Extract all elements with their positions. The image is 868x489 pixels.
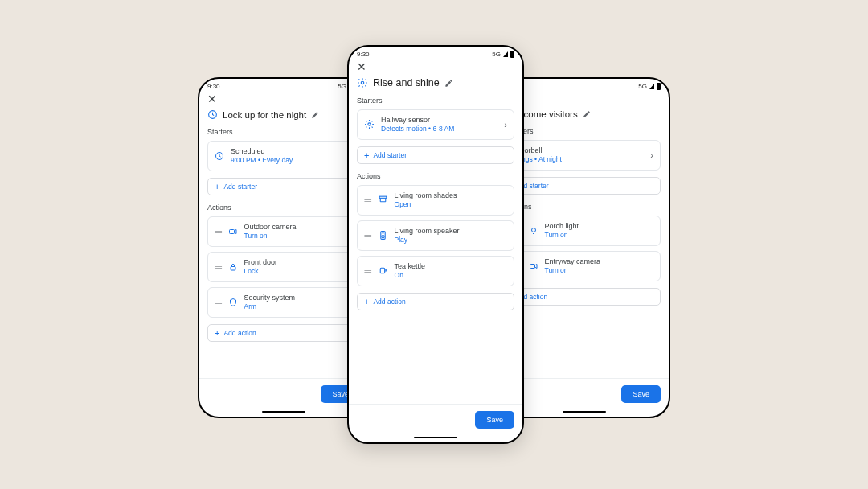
signal-icon <box>503 51 508 57</box>
action-item[interactable]: == Outdoor cameraTurn on <box>207 216 360 247</box>
action-item[interactable]: == Security systemArm <box>207 287 360 318</box>
add-starter-button[interactable]: +Add starter <box>357 146 514 164</box>
starter-title: Doorbell <box>515 146 644 155</box>
automation-title: Rise and shine <box>373 77 440 88</box>
automation-editor-rise: 9:30 5G ✕ Rise and shine Starters Hallwa… <box>347 45 524 444</box>
close-button[interactable]: ✕ <box>500 92 669 109</box>
action-title: Front door <box>244 258 353 267</box>
drag-handle-icon[interactable]: == <box>215 298 222 306</box>
battery-icon <box>657 83 661 90</box>
starter-title: Scheduled <box>231 147 353 156</box>
status-network: 5G <box>338 83 346 90</box>
status-network: 5G <box>638 83 647 90</box>
section-starters: Starters <box>500 127 669 140</box>
save-button[interactable]: Save <box>621 385 661 403</box>
action-title: Security system <box>244 294 353 302</box>
edit-icon[interactable] <box>444 79 453 88</box>
action-subtitle: Turn on <box>244 232 353 240</box>
add-action-button[interactable]: +Add action <box>357 293 514 310</box>
edit-icon[interactable] <box>311 111 319 119</box>
automation-title-row[interactable]: Rise and shine <box>349 77 522 97</box>
section-actions: Actions <box>199 203 368 216</box>
home-indicator <box>262 411 305 413</box>
save-bar: Save <box>349 404 522 434</box>
action-subtitle: Turn on <box>545 231 653 240</box>
action-item[interactable]: == Tea kettleOn <box>357 256 514 286</box>
add-action-button[interactable]: Add action <box>508 288 661 306</box>
svg-point-11 <box>382 232 383 233</box>
automation-title: Lock up for the night <box>223 110 306 120</box>
action-title: Porch light <box>545 222 653 231</box>
status-time: 9:30 <box>357 51 370 58</box>
action-item[interactable]: == Front doorLock <box>207 252 360 282</box>
starter-item[interactable]: Scheduled 9:00 PM • Every day <box>207 141 360 171</box>
home-indicator <box>414 437 457 439</box>
clock-icon <box>215 151 224 161</box>
camera-icon <box>228 227 238 236</box>
sensor-icon <box>364 119 375 129</box>
clock-icon <box>207 109 218 120</box>
automation-editor-welcome: 9:30 5G ✕ Welcome visitors Starters Door… <box>498 77 670 418</box>
action-title: Living room shades <box>395 191 507 200</box>
action-item[interactable]: == Porch lightTurn on <box>508 216 661 246</box>
status-network: 5G <box>492 51 501 58</box>
action-subtitle: Play <box>395 236 507 244</box>
svg-point-7 <box>368 123 371 125</box>
status-bar: 9:30 5G <box>349 47 522 60</box>
action-subtitle: On <box>395 271 507 280</box>
starter-item[interactable]: Doorbell Rings • At night › <box>508 140 661 171</box>
svg-point-4 <box>531 228 535 232</box>
drag-handle-icon[interactable]: == <box>215 263 222 271</box>
action-title: Tea kettle <box>395 262 507 271</box>
status-bar: 9:30 5G <box>199 79 368 92</box>
action-title: Outdoor camera <box>244 223 353 232</box>
home-indicator <box>563 411 606 413</box>
svg-point-10 <box>381 236 383 238</box>
chevron-right-icon: › <box>504 120 507 129</box>
action-subtitle: Open <box>395 200 507 209</box>
chevron-right-icon: › <box>650 150 653 160</box>
action-title: Entryway camera <box>545 257 653 266</box>
action-title: Living room speaker <box>395 227 507 236</box>
action-item[interactable]: == Entryway cameraTurn on <box>508 251 661 281</box>
save-bar: Save <box>199 378 368 408</box>
save-button[interactable]: Save <box>475 411 514 429</box>
battery-icon <box>510 51 514 58</box>
light-icon <box>529 226 538 236</box>
close-button[interactable]: ✕ <box>199 92 368 109</box>
action-subtitle: Arm <box>244 302 353 311</box>
starter-subtitle: Rings • At night <box>515 155 644 164</box>
edit-icon[interactable] <box>583 110 591 118</box>
section-starters: Starters <box>349 97 522 109</box>
gear-icon <box>357 77 368 88</box>
drag-handle-icon[interactable]: == <box>364 232 371 240</box>
automation-title-row[interactable]: Welcome visitors <box>500 109 669 127</box>
drag-handle-icon[interactable]: == <box>364 196 371 204</box>
shades-icon <box>378 195 388 205</box>
starter-subtitle: Detects motion • 6-8 AM <box>381 125 497 134</box>
signal-icon <box>649 84 654 89</box>
add-starter-button[interactable]: +Add starter <box>207 178 360 195</box>
action-subtitle: Lock <box>244 267 353 276</box>
starter-title: Hallway sensor <box>381 116 497 125</box>
add-action-button[interactable]: +Add action <box>207 324 360 342</box>
close-button[interactable]: ✕ <box>349 60 522 77</box>
starter-subtitle: 9:00 PM • Every day <box>231 156 353 165</box>
svg-rect-5 <box>530 264 534 268</box>
starter-item[interactable]: Hallway sensor Detects motion • 6-8 AM › <box>357 109 514 140</box>
drag-handle-icon[interactable]: == <box>215 228 222 236</box>
speaker-icon <box>378 230 388 240</box>
lock-icon <box>228 262 238 272</box>
svg-rect-3 <box>231 266 235 270</box>
automation-title-row[interactable]: Lock up for the night <box>199 109 368 128</box>
kettle-icon <box>378 265 388 276</box>
save-bar: Save <box>500 378 669 408</box>
svg-rect-8 <box>379 196 387 198</box>
drag-handle-icon[interactable]: == <box>364 267 371 275</box>
svg-point-6 <box>361 81 364 84</box>
svg-rect-12 <box>380 268 384 273</box>
add-starter-button[interactable]: Add starter <box>508 177 661 195</box>
action-item[interactable]: == Living room speakerPlay <box>357 220 514 251</box>
action-item[interactable]: == Living room shadesOpen <box>357 185 514 216</box>
section-starters: Starters <box>199 128 368 141</box>
